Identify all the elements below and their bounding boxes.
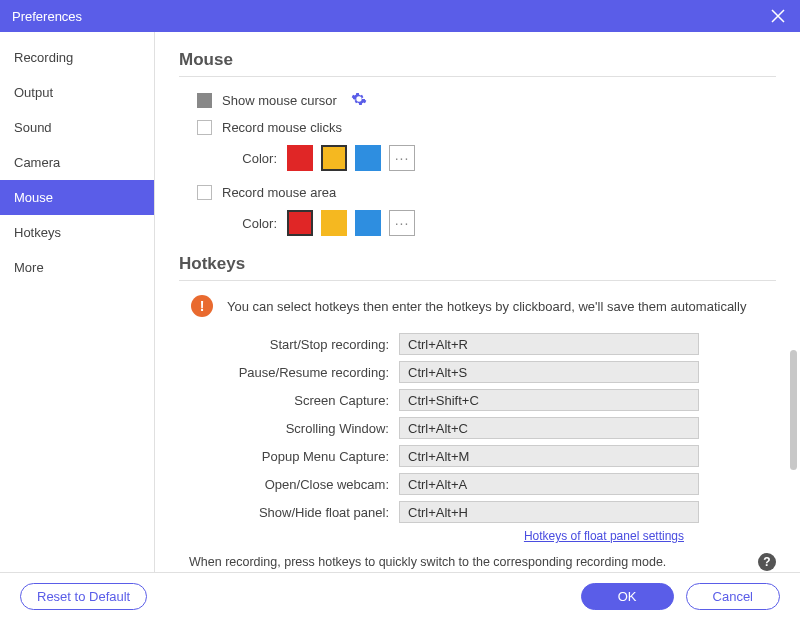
show-cursor-checkbox[interactable] bbox=[197, 93, 212, 108]
record-area-row: Record mouse area bbox=[179, 185, 776, 200]
hotkey-input-float-panel[interactable] bbox=[399, 501, 699, 523]
hotkey-row-popup-menu: Popup Menu Capture: bbox=[179, 445, 776, 467]
hotkey-label: Screen Capture: bbox=[179, 393, 389, 408]
hotkey-row-screen-capture: Screen Capture: bbox=[179, 389, 776, 411]
cancel-button[interactable]: Cancel bbox=[686, 583, 780, 610]
hotkeys-section-title: Hotkeys bbox=[179, 254, 776, 281]
help-icon[interactable]: ? bbox=[758, 553, 776, 571]
float-panel-settings-link[interactable]: Hotkeys of float panel settings bbox=[179, 529, 684, 543]
hotkeys-info-text: You can select hotkeys then enter the ho… bbox=[227, 299, 746, 314]
record-clicks-row: Record mouse clicks bbox=[179, 120, 776, 135]
hotkey-row-scrolling-window: Scrolling Window: bbox=[179, 417, 776, 439]
sidebar-item-hotkeys[interactable]: Hotkeys bbox=[0, 215, 154, 250]
reset-default-button[interactable]: Reset to Default bbox=[20, 583, 147, 610]
area-color-row: Color: ··· bbox=[229, 210, 776, 236]
area-color-red[interactable] bbox=[287, 210, 313, 236]
show-cursor-label: Show mouse cursor bbox=[222, 93, 337, 108]
hotkey-row-webcam: Open/Close webcam: bbox=[179, 473, 776, 495]
hotkeys-note-row: When recording, press hotkeys to quickly… bbox=[189, 553, 776, 571]
hotkey-label: Show/Hide float panel: bbox=[179, 505, 389, 520]
sidebar-item-mouse[interactable]: Mouse bbox=[0, 180, 154, 215]
hotkey-label: Popup Menu Capture: bbox=[179, 449, 389, 464]
sidebar: Recording Output Sound Camera Mouse Hotk… bbox=[0, 32, 155, 572]
hotkey-label: Scrolling Window: bbox=[179, 421, 389, 436]
area-color-label: Color: bbox=[229, 216, 277, 231]
scrollbar-thumb[interactable] bbox=[790, 350, 797, 470]
clicks-color-row: Color: ··· bbox=[229, 145, 776, 171]
area-color-blue[interactable] bbox=[355, 210, 381, 236]
mouse-section-title: Mouse bbox=[179, 50, 776, 77]
content-panel: Mouse Show mouse cursor Record mouse cli… bbox=[155, 32, 800, 572]
clicks-color-orange[interactable] bbox=[321, 145, 347, 171]
hotkey-row-pause-resume: Pause/Resume recording: bbox=[179, 361, 776, 383]
sidebar-item-recording[interactable]: Recording bbox=[0, 40, 154, 75]
clicks-color-more[interactable]: ··· bbox=[389, 145, 415, 171]
titlebar: Preferences bbox=[0, 0, 800, 32]
sidebar-item-sound[interactable]: Sound bbox=[0, 110, 154, 145]
hotkey-input-webcam[interactable] bbox=[399, 473, 699, 495]
show-cursor-row: Show mouse cursor bbox=[179, 91, 776, 110]
hotkey-label: Start/Stop recording: bbox=[179, 337, 389, 352]
hotkeys-note-text: When recording, press hotkeys to quickly… bbox=[189, 555, 748, 569]
hotkey-row-float-panel: Show/Hide float panel: bbox=[179, 501, 776, 523]
footer: Reset to Default OK Cancel bbox=[0, 572, 800, 620]
hotkey-label: Open/Close webcam: bbox=[179, 477, 389, 492]
record-area-checkbox[interactable] bbox=[197, 185, 212, 200]
sidebar-item-camera[interactable]: Camera bbox=[0, 145, 154, 180]
hotkey-input-pause-resume[interactable] bbox=[399, 361, 699, 383]
window-title: Preferences bbox=[12, 9, 82, 24]
hotkey-input-popup-menu[interactable] bbox=[399, 445, 699, 467]
record-area-label: Record mouse area bbox=[222, 185, 336, 200]
info-icon: ! bbox=[191, 295, 213, 317]
hotkey-input-start-stop[interactable] bbox=[399, 333, 699, 355]
gear-icon[interactable] bbox=[351, 91, 367, 110]
sidebar-item-more[interactable]: More bbox=[0, 250, 154, 285]
hotkeys-info-row: ! You can select hotkeys then enter the … bbox=[179, 295, 776, 317]
ok-button[interactable]: OK bbox=[581, 583, 674, 610]
record-clicks-label: Record mouse clicks bbox=[222, 120, 342, 135]
clicks-color-label: Color: bbox=[229, 151, 277, 166]
hotkey-input-scrolling-window[interactable] bbox=[399, 417, 699, 439]
clicks-color-blue[interactable] bbox=[355, 145, 381, 171]
hotkey-label: Pause/Resume recording: bbox=[179, 365, 389, 380]
record-clicks-checkbox[interactable] bbox=[197, 120, 212, 135]
area-color-more[interactable]: ··· bbox=[389, 210, 415, 236]
clicks-color-red[interactable] bbox=[287, 145, 313, 171]
sidebar-item-output[interactable]: Output bbox=[0, 75, 154, 110]
close-icon[interactable] bbox=[768, 6, 788, 26]
hotkey-input-screen-capture[interactable] bbox=[399, 389, 699, 411]
hotkey-row-start-stop: Start/Stop recording: bbox=[179, 333, 776, 355]
area-color-orange[interactable] bbox=[321, 210, 347, 236]
